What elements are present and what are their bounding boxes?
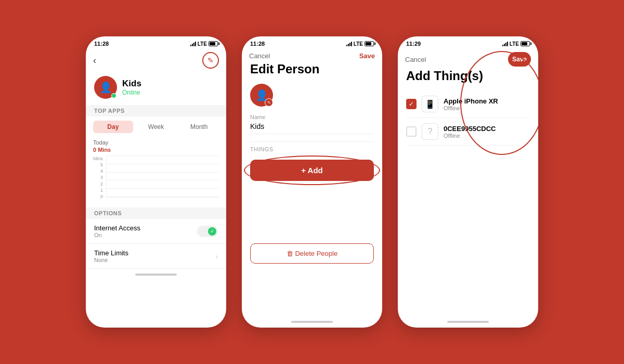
phone-2: 11:28 LTE Cancel Save Edit Person 👤 ✎ Na… — [242, 36, 382, 328]
lte-label-3: LTE — [510, 41, 519, 47]
screen3-content: Add Thing(s) ✓ 📱 Apple iPhone XR Offline… — [398, 69, 538, 316]
tab-day[interactable]: Day — [93, 121, 133, 133]
top-apps-header: TOP APPS — [86, 105, 226, 116]
device-row-2[interactable]: ? 0CEE9955CDCC Offline — [406, 118, 530, 146]
edit-icon: ✎ — [207, 56, 214, 64]
home-bar-1 — [135, 274, 177, 276]
back-button-1[interactable]: ‹ — [93, 55, 96, 66]
device-info-2: 0CEE9955CDCC Offline — [444, 125, 496, 139]
things-header-2: THINGS — [250, 141, 374, 154]
name-label-2: Name — [250, 114, 374, 120]
home-bar-3 — [447, 321, 489, 323]
time-2: 11:28 — [250, 41, 265, 47]
nav-bar-2: Cancel Save — [242, 49, 382, 62]
tab-week[interactable]: Week — [136, 121, 176, 133]
profile-name-1: Kids — [122, 79, 141, 89]
lte-label-2: LTE — [354, 41, 363, 47]
add-thing-button[interactable]: + Add — [250, 160, 374, 181]
avatar-icon-1: 👤 — [99, 81, 112, 94]
y-label-5: 5 — [100, 162, 103, 167]
time-1: 11:28 — [94, 41, 109, 47]
device-icon-1: 📱 — [422, 96, 438, 112]
time-limits-sublabel: None — [94, 257, 128, 263]
device-name-2: 0CEE9955CDCC — [444, 125, 496, 133]
time-limits-chevron: › — [215, 252, 218, 261]
home-indicator-3 — [398, 316, 538, 328]
device-checkbox-2[interactable] — [406, 126, 417, 137]
tab-month[interactable]: Month — [179, 121, 219, 133]
chart-bars — [106, 156, 219, 198]
status-bar-3: 11:29 LTE — [398, 36, 538, 49]
signal-battery-3: LTE — [502, 41, 530, 47]
status-bar-2: 11:28 LTE — [242, 36, 382, 49]
signal-icon — [190, 41, 196, 46]
signal-battery-2: LTE — [346, 41, 374, 47]
chart-mins-label: 0 Mins — [93, 147, 219, 153]
battery-icon-1 — [209, 41, 218, 46]
internet-access-row[interactable]: Internet Access On ✓ — [86, 219, 226, 244]
time-limits-info: Time Limits None — [94, 249, 128, 263]
internet-access-info: Internet Access On — [94, 224, 140, 238]
tab-bar-1: Day Week Month — [86, 116, 226, 137]
cancel-button-3[interactable]: Cancel — [405, 56, 426, 63]
avatar-edit-row: 👤 ✎ — [250, 84, 374, 107]
save-button-2[interactable]: Save — [359, 52, 375, 60]
device-name-1: Apple iPhone XR — [444, 97, 498, 105]
avatar-1: 👤 — [94, 76, 117, 99]
nav-bar-1: ‹ ✎ — [86, 49, 226, 72]
edit-person-title: Edit Person — [250, 62, 374, 76]
avatar-2[interactable]: 👤 ✎ — [250, 84, 273, 107]
name-field-group: Name Kids — [250, 114, 374, 134]
signal-icon-3 — [502, 41, 508, 46]
profile-section-1: 👤 Kids Online — [86, 72, 226, 105]
device-status-1: Offline — [444, 105, 498, 111]
toggle-checkmark: ✓ — [208, 227, 216, 236]
chart-wrapper: Mins 5 4 3 2 1 0 — [93, 156, 219, 200]
home-indicator-2 — [242, 316, 382, 328]
y-label-1: 1 — [100, 188, 103, 193]
time-limits-label: Time Limits — [94, 249, 128, 257]
internet-access-sublabel: On — [94, 232, 140, 238]
edit-button-1[interactable]: ✎ — [202, 52, 219, 69]
signal-battery-1: LTE — [190, 41, 218, 47]
home-bar-2 — [291, 321, 333, 323]
save-button-3[interactable]: Save — [508, 52, 531, 67]
device-checkbox-1[interactable]: ✓ — [406, 99, 417, 109]
status-bar-1: 11:28 LTE — [86, 36, 226, 49]
time-limits-row[interactable]: Time Limits None › — [86, 244, 226, 269]
signal-icon-2 — [346, 41, 352, 46]
internet-access-toggle[interactable]: ✓ — [197, 226, 218, 237]
y-label-mins: Mins — [93, 156, 103, 161]
options-header: OPTIONS — [86, 207, 226, 219]
y-label-3: 3 — [100, 175, 103, 180]
device-info-1: Apple iPhone XR Offline — [444, 97, 498, 111]
cancel-button-2[interactable]: Cancel — [249, 52, 270, 60]
screen2-content: Edit Person 👤 ✎ Name Kids THINGS + Add 🗑… — [242, 62, 382, 316]
name-value-2[interactable]: Kids — [250, 122, 374, 134]
delete-people-button[interactable]: 🗑 Delete People — [250, 243, 374, 264]
profile-status-1: Online — [122, 89, 141, 96]
device-status-2: Offline — [444, 133, 496, 139]
avatar-edit-overlay: ✎ — [265, 98, 273, 107]
chart-y-axis: Mins 5 4 3 2 1 0 — [93, 156, 103, 200]
lte-label-1: LTE — [198, 41, 207, 47]
time-3: 11:29 — [406, 41, 421, 47]
device-icon-2: ? — [422, 123, 438, 140]
battery-icon-2 — [365, 41, 374, 46]
y-label-0: 0 — [100, 194, 103, 199]
chart-area-1: Today 0 Mins Mins 5 4 3 2 1 0 — [86, 137, 226, 204]
profile-info-1: Kids Online — [122, 79, 141, 96]
phone-1: 11:28 LTE ‹ ✎ 👤 Kids Online TOP APPS — [86, 36, 226, 328]
nav-bar-3: Cancel Save — [398, 49, 538, 69]
add-things-title: Add Thing(s) — [406, 69, 530, 83]
online-indicator — [111, 93, 116, 98]
y-label-2: 2 — [100, 181, 103, 187]
battery-icon-3 — [521, 41, 530, 46]
home-indicator-1 — [86, 269, 226, 280]
y-label-4: 4 — [100, 168, 103, 174]
add-button-wrapper: + Add — [250, 160, 374, 181]
chart-today-label: Today — [93, 139, 219, 146]
device-row-1[interactable]: ✓ 📱 Apple iPhone XR Offline — [406, 90, 530, 118]
internet-access-label: Internet Access — [94, 224, 140, 232]
phone-3: 11:29 LTE Cancel Save Add Thing(s) ✓ 📱 A… — [398, 36, 538, 328]
